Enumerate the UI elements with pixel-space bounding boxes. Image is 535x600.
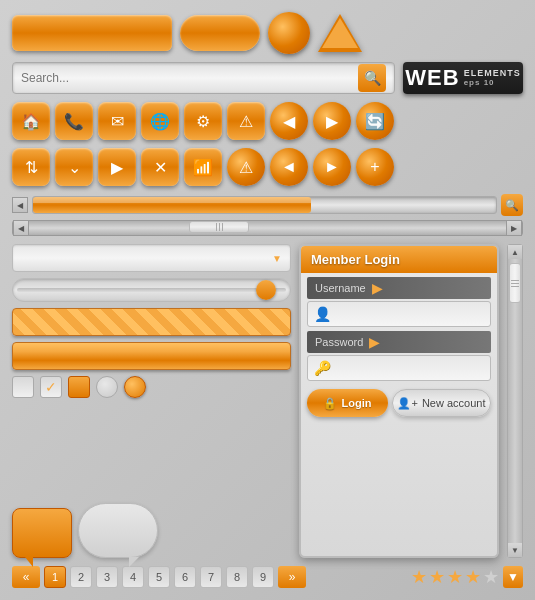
network-icon: 🌐 bbox=[150, 112, 170, 131]
password-field[interactable] bbox=[337, 362, 484, 374]
scrollbar-left-arrow[interactable]: ◀ bbox=[13, 220, 29, 236]
new-account-button[interactable]: 👤+ New account bbox=[392, 389, 491, 417]
home-button[interactable]: 🏠 bbox=[12, 102, 50, 140]
login-header: Member Login bbox=[301, 246, 497, 273]
phone-button[interactable]: 📞 bbox=[55, 102, 93, 140]
speech-bubble-square bbox=[12, 508, 72, 558]
new-account-label: New account bbox=[422, 397, 486, 409]
close-button[interactable]: ✕ bbox=[141, 148, 179, 186]
mail-icon: ✉ bbox=[111, 112, 124, 131]
star-4[interactable]: ★ bbox=[465, 566, 481, 588]
pagination-prev-button[interactable]: « bbox=[12, 566, 40, 588]
down-button[interactable]: ⌄ bbox=[55, 148, 93, 186]
vscroll-thumb[interactable] bbox=[509, 263, 521, 303]
progress-bar-row: ◀ 🔍 bbox=[12, 194, 523, 216]
prev2-button[interactable]: ◄ bbox=[270, 148, 308, 186]
wide-button[interactable] bbox=[12, 15, 172, 51]
star-5[interactable]: ★ bbox=[483, 566, 499, 588]
page-9-button[interactable]: 9 bbox=[252, 566, 274, 588]
triangle-button[interactable] bbox=[318, 14, 362, 52]
square-orange-control[interactable] bbox=[68, 376, 90, 398]
search-bar-container: 🔍 bbox=[12, 62, 395, 94]
double-left-arrow-icon: « bbox=[23, 570, 30, 584]
progress-bar bbox=[32, 196, 497, 214]
slider-handle[interactable] bbox=[256, 280, 276, 300]
lock-icon: 🔒 bbox=[323, 397, 337, 410]
pagination-next-button[interactable]: » bbox=[278, 566, 306, 588]
page-8-button[interactable]: 8 bbox=[226, 566, 248, 588]
scrollbar-track bbox=[29, 221, 506, 235]
vscroll-line3 bbox=[511, 286, 519, 287]
login-button[interactable]: 🔒 Login bbox=[307, 389, 388, 417]
plus-button[interactable]: + bbox=[356, 148, 394, 186]
vertical-scrollbar: ▲ ▼ bbox=[507, 244, 523, 558]
home-icon: 🏠 bbox=[21, 112, 41, 131]
warning-button[interactable]: ⚠ bbox=[227, 102, 265, 140]
network-button[interactable]: 🌐 bbox=[141, 102, 179, 140]
password-label-text: Password bbox=[315, 336, 363, 348]
checkbox-unchecked[interactable] bbox=[12, 376, 34, 398]
close-icon: ✕ bbox=[154, 158, 167, 177]
progress-fill bbox=[33, 197, 311, 213]
scrollbar-right-arrow[interactable]: ▶ bbox=[506, 220, 522, 236]
radio-checked[interactable] bbox=[124, 376, 146, 398]
refresh-round-button[interactable]: 🔄 bbox=[356, 102, 394, 140]
vscroll-up-arrow[interactable]: ▲ bbox=[508, 245, 522, 259]
settings-button[interactable]: ⚙ bbox=[184, 102, 222, 140]
dropdown1[interactable]: ▼ bbox=[12, 244, 291, 272]
vscroll-down-arrow[interactable]: ▼ bbox=[508, 543, 522, 557]
radio-unchecked[interactable] bbox=[96, 376, 118, 398]
star-3[interactable]: ★ bbox=[447, 566, 463, 588]
right-button[interactable]: ▶ bbox=[98, 148, 136, 186]
user-icon: 👤 bbox=[314, 306, 331, 322]
search-row: 🔍 WEB ELEMENTS eps 10 bbox=[12, 62, 523, 94]
striped-bar bbox=[12, 308, 291, 336]
version-text: eps 10 bbox=[464, 79, 521, 88]
next-round-button[interactable]: ▶ bbox=[313, 102, 351, 140]
search-input[interactable] bbox=[21, 71, 358, 85]
web-label: WEB ELEMENTS eps 10 bbox=[403, 62, 523, 94]
star-1[interactable]: ★ bbox=[411, 566, 427, 588]
medium-button[interactable] bbox=[180, 15, 260, 51]
web-label-text: WEB bbox=[405, 65, 459, 91]
bottom-down-arrow[interactable]: ▼ bbox=[503, 566, 523, 588]
login-panel: Member Login Username ▶ 👤 Password ▶ 🔑 🔒 bbox=[299, 244, 499, 558]
page-2-button[interactable]: 2 bbox=[70, 566, 92, 588]
right-icon: ▶ bbox=[111, 158, 123, 177]
prev-round-button[interactable]: ◀ bbox=[270, 102, 308, 140]
page-1-button[interactable]: 1 bbox=[44, 566, 66, 588]
scroll-line3 bbox=[222, 223, 223, 231]
password-input[interactable]: 🔑 bbox=[307, 355, 491, 381]
next2-button[interactable]: ► bbox=[313, 148, 351, 186]
progress-search-btn[interactable]: 🔍 bbox=[501, 194, 523, 216]
plus-icon: + bbox=[370, 158, 379, 176]
page-6-button[interactable]: 6 bbox=[174, 566, 196, 588]
mail-button[interactable]: ✉ bbox=[98, 102, 136, 140]
scroll-left-arrow[interactable]: ◀ bbox=[12, 197, 28, 213]
updown-icon: ⇅ bbox=[25, 158, 38, 177]
circle-button[interactable] bbox=[268, 12, 310, 54]
main-container: 🔍 WEB ELEMENTS eps 10 🏠 📞 ✉ 🌐 ⚙ ⚠ ◀ ▶ 🔄 … bbox=[0, 0, 535, 600]
username-input[interactable]: 👤 bbox=[307, 301, 491, 327]
scrollbar-thumb[interactable] bbox=[189, 221, 249, 233]
warning-icon: ⚠ bbox=[239, 112, 253, 131]
slider-container[interactable] bbox=[12, 278, 291, 302]
main-content-row: ▼ ✓ Member Login bbox=[12, 244, 523, 558]
username-field[interactable] bbox=[337, 308, 484, 320]
phone-icon: 📞 bbox=[64, 112, 84, 131]
star-2[interactable]: ★ bbox=[429, 566, 445, 588]
updown-button[interactable]: ⇅ bbox=[12, 148, 50, 186]
buttons-row bbox=[12, 12, 523, 54]
scrollbar-row[interactable]: ◀ ▶ bbox=[12, 220, 523, 236]
checkbox-checked[interactable]: ✓ bbox=[40, 376, 62, 398]
wifi-button[interactable]: 📶 bbox=[184, 148, 222, 186]
password-arrow-icon: ▶ bbox=[369, 334, 380, 350]
search-button[interactable]: 🔍 bbox=[358, 64, 386, 92]
page-3-button[interactable]: 3 bbox=[96, 566, 118, 588]
page-5-button[interactable]: 5 bbox=[148, 566, 170, 588]
progress-bars-row: ◀ 🔍 ◀ ▶ bbox=[12, 194, 523, 236]
page-7-button[interactable]: 7 bbox=[200, 566, 222, 588]
warning2-button[interactable]: ⚠ bbox=[227, 148, 265, 186]
page-4-button[interactable]: 4 bbox=[122, 566, 144, 588]
username-arrow-icon: ▶ bbox=[372, 280, 383, 296]
